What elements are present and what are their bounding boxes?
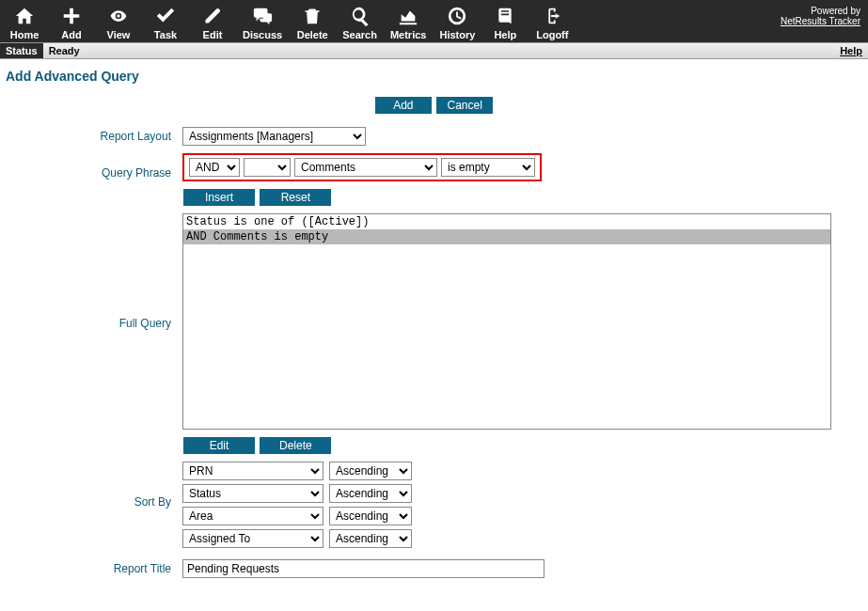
phrase-field-select[interactable]: Comments — [294, 158, 437, 177]
logout-icon — [542, 6, 562, 26]
edit-query-button[interactable]: Edit — [183, 437, 255, 454]
content-area: Add Advanced Query Add Cancel Report Lay… — [0, 59, 868, 611]
history-label: History — [439, 29, 475, 40]
task-button[interactable]: Task — [149, 4, 182, 40]
metrics-button[interactable]: Metrics — [390, 4, 427, 40]
search-label: Search — [342, 29, 377, 40]
main-toolbar: Home Add View Task Edit Discuss Delete — [0, 0, 868, 42]
plus-icon — [61, 6, 82, 26]
delete-query-button[interactable]: Delete — [260, 437, 331, 454]
delete-label: Delete — [297, 29, 328, 40]
query-phrase-highlight: AND Comments is empty — [182, 153, 542, 181]
sort-field-select[interactable]: PRN — [182, 462, 324, 480]
chart-icon — [397, 6, 419, 26]
status-bar: Status Ready Help — [0, 42, 868, 59]
query-line[interactable]: Status is one of ([Active]) — [183, 214, 830, 229]
pencil-icon — [203, 6, 222, 26]
logoff-button[interactable]: Logoff — [535, 4, 569, 40]
discuss-label: Discuss — [243, 29, 282, 40]
insert-button[interactable]: Insert — [183, 189, 255, 206]
sort-direction-select[interactable]: Ascending — [329, 529, 412, 548]
sort-by-label: Sort By — [24, 462, 182, 509]
edit-label: Edit — [203, 29, 223, 40]
sort-field-select[interactable]: Assigned To — [182, 529, 324, 548]
full-query-listbox[interactable]: Status is one of ([Active])AND Comments … — [182, 213, 831, 430]
reset-button[interactable]: Reset — [260, 189, 331, 206]
add-query-button[interactable]: Add — [375, 97, 432, 114]
chat-icon — [250, 6, 275, 26]
logoff-label: Logoff — [536, 29, 568, 40]
book-icon — [496, 6, 514, 26]
status-value: Ready — [43, 43, 86, 58]
home-icon — [13, 6, 36, 26]
help-label: Help — [494, 29, 516, 40]
metrics-label: Metrics — [390, 29, 427, 40]
trash-icon — [303, 6, 322, 26]
eye-icon — [106, 7, 131, 25]
phrase-condition-select[interactable]: is empty — [441, 158, 535, 177]
sort-direction-select[interactable]: Ascending — [329, 484, 412, 503]
toolbar-right: Powered by NetResults Tracker — [781, 4, 860, 26]
report-title-input[interactable] — [182, 559, 544, 578]
report-title-label: Report Title — [24, 559, 182, 575]
search-icon — [350, 6, 371, 26]
sort-row: PRNAscending — [182, 462, 862, 480]
delete-button[interactable]: Delete — [295, 4, 329, 40]
query-line[interactable]: AND Comments is empty — [183, 229, 830, 244]
phrase-operator-select[interactable]: AND — [189, 158, 240, 177]
powered-by-label: Powered by — [781, 6, 860, 16]
sort-field-select[interactable]: Area — [182, 507, 324, 525]
full-query-label: Full Query — [24, 314, 182, 330]
status-title: Status — [0, 43, 43, 58]
status-help-link[interactable]: Help — [834, 43, 868, 58]
clock-icon — [447, 6, 467, 26]
report-layout-label: Report Layout — [24, 127, 182, 143]
sort-field-select[interactable]: Status — [182, 484, 324, 503]
view-button[interactable]: View — [102, 4, 135, 40]
product-link[interactable]: NetResults Tracker — [781, 16, 860, 26]
help-button[interactable]: Help — [488, 4, 522, 40]
view-label: View — [107, 29, 131, 40]
sort-row: StatusAscending — [182, 484, 862, 503]
edit-button[interactable]: Edit — [196, 4, 229, 40]
discuss-button[interactable]: Discuss — [243, 4, 282, 40]
sort-row: AreaAscending — [182, 507, 862, 525]
phrase-sub-select[interactable] — [244, 158, 291, 177]
check-icon — [154, 6, 177, 26]
search-button[interactable]: Search — [342, 4, 377, 40]
sort-row: Assigned ToAscending — [182, 529, 862, 548]
home-button[interactable]: Home — [8, 4, 41, 40]
cancel-button[interactable]: Cancel — [436, 97, 493, 114]
add-button[interactable]: Add — [55, 4, 88, 40]
top-button-row: Add Cancel — [6, 97, 862, 114]
toolbar-left: Home Add View Task Edit Discuss Delete — [8, 4, 569, 40]
query-phrase-label: Query Phrase — [24, 153, 182, 180]
sort-direction-select[interactable]: Ascending — [329, 507, 412, 525]
home-label: Home — [10, 29, 39, 40]
report-layout-select[interactable]: Assignments [Managers] — [182, 127, 366, 146]
page-title: Add Advanced Query — [6, 69, 862, 84]
task-label: Task — [154, 29, 177, 40]
sort-direction-select[interactable]: Ascending — [329, 462, 412, 480]
add-label: Add — [61, 29, 81, 40]
history-button[interactable]: History — [439, 4, 475, 40]
